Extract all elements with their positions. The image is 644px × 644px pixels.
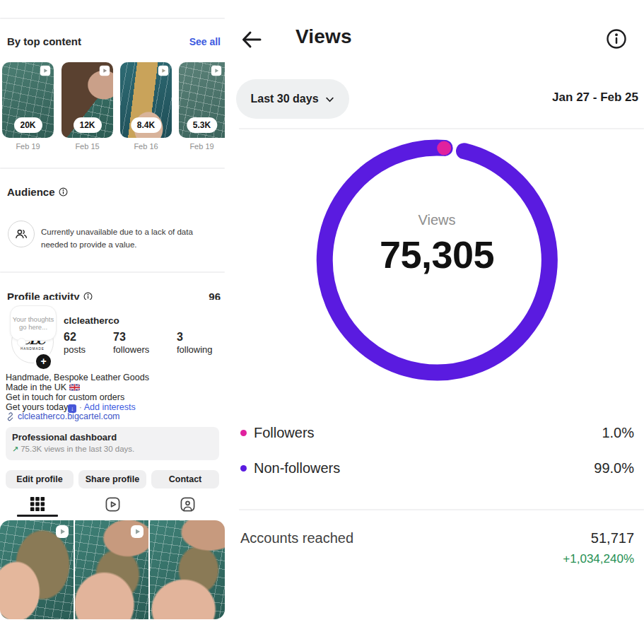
post-thumbnail[interactable] [0,520,74,619]
accounts-reached-value: 51,717 [591,530,634,546]
profile-tabs [0,493,225,515]
audience-people-icon [8,221,35,247]
professional-dashboard-card[interactable]: Professional dashboard ↗75.3K views in t… [6,427,219,460]
top-post-thumbnail[interactable]: 8.4K [120,62,172,138]
legend-label: Followers [254,425,315,441]
tab-reels[interactable] [75,493,150,515]
reel-icon [99,65,110,76]
tab-tagged[interactable] [150,493,225,515]
top-content-row: 20K 12K 8.4K 5.3K [0,62,225,138]
divider [0,271,225,273]
top-post-thumbnail[interactable]: 12K [62,62,113,138]
legend-row-non-followers: Non-followers 99.0% [240,458,634,478]
date-filter-label: Last 30 days [250,93,318,105]
avatar-logo-subtext: HANDMADE [21,347,45,351]
post-thumbnail[interactable] [75,520,148,619]
legend-value: 99.0% [594,460,634,476]
dashboard-subtitle-text: 75.3K views in the last 30 days. [21,445,134,453]
top-post-thumbnail[interactable]: 20K [2,62,54,138]
reel-icon [130,525,144,539]
bio-line-1: Handmade, Bespoke Leather Goods [6,373,149,382]
accounts-reached-row: Accounts reached 51,717 [240,530,634,546]
page-title: Views [295,25,352,48]
bio-separator: · [79,402,82,412]
top-content-header: By top content See all [7,35,221,47]
add-interests-link[interactable]: Add interests [84,402,136,412]
bio-link[interactable]: clcleatherco.bigcartel.com [18,411,120,421]
accounts-reached-delta: +1,034,240% [563,552,634,566]
contact-button[interactable]: Contact [151,470,219,488]
bio-line-2-text: Made in the UK [6,382,66,392]
followers-label: followers [113,344,149,355]
bio-line-2: Made in the UK [6,382,80,392]
profile-insights-panel: By top content See all 20K 12K 8.4K 5.3K… [0,0,225,644]
views-insights-panel: Views Last 30 days Jan 27 - Feb 25 Views… [233,0,644,644]
profile-actions: Edit profile Share profile Contact [6,470,219,488]
tagged-icon [180,496,196,513]
post-thumbnail[interactable] [150,520,225,619]
grid-icon [30,496,45,512]
reel-icon [211,65,222,76]
posts-label: posts [64,344,86,355]
active-tab-indicator [17,515,58,517]
following-label: following [177,344,213,355]
uk-flag-icon [69,384,80,391]
followers-dot-icon [240,430,247,436]
view-count-badge: 8.4K [131,117,161,133]
post-date: Feb 19 [179,142,225,151]
non-followers-dot-icon [240,465,247,472]
post-grid [0,520,225,619]
bio-line-3: Get in touch for custom orders [6,392,124,402]
following-stat[interactable]: 3 following [177,331,213,355]
reels-icon [105,496,121,513]
link-icon [6,412,15,421]
info-icon[interactable] [606,28,627,49]
top-content-title: By top content [7,35,81,47]
legend-label: Non-followers [254,460,340,476]
profile-card: Your thoughts go here... CLC HANDMADE + … [0,300,225,619]
legend-value: 1.0% [602,425,634,441]
bio-line-4-text: Get yours today [6,402,68,412]
note-bubble-tail [17,338,26,347]
accounts-reached-label: Accounts reached [240,530,353,546]
share-profile-button[interactable]: Share profile [78,470,146,488]
date-filter-dropdown[interactable]: Last 30 days [236,79,349,119]
posts-stat[interactable]: 62 posts [64,331,86,355]
bio-link-row[interactable]: clcleatherco.bigcartel.com [6,411,120,421]
note-bubble[interactable]: Your thoughts go here... [10,305,57,341]
audience-title: Audience [7,186,68,198]
followers-count: 73 [113,331,149,344]
see-all-link[interactable]: See all [189,36,221,47]
view-count-badge: 20K [13,117,42,133]
legend-row-followers: Followers 1.0% [240,423,634,443]
audience-title-text: Audience [7,186,55,198]
divider [239,509,644,510]
add-story-button[interactable]: + [34,352,53,371]
reel-icon [40,65,51,76]
post-date: Feb 16 [120,142,172,151]
followers-stat[interactable]: 73 followers [113,331,149,355]
view-count-badge: 12K [73,117,101,133]
dashboard-title: Professional dashboard [12,432,117,443]
top-post-thumbnail[interactable]: 5.3K [179,62,225,138]
views-donut-chart [310,133,564,387]
back-arrow-icon[interactable] [240,28,263,51]
info-icon[interactable] [59,187,68,197]
following-count: 3 [177,331,213,344]
non-followers-arc [324,148,549,373]
divider [0,18,225,19]
chevron-down-icon [324,94,335,105]
audience-message: Currently unavailable due to a lack of d… [41,226,219,252]
dashboard-subtitle: ↗75.3K views in the last 30 days. [12,445,134,454]
reel-icon [158,65,169,76]
username: clcleatherco [64,315,119,326]
tab-grid[interactable] [0,493,75,515]
edit-profile-button[interactable]: Edit profile [6,470,74,488]
divider [0,168,225,169]
post-date: Feb 19 [2,142,54,151]
audience-header: Audience [7,186,221,198]
reel-icon [55,525,69,539]
posts-count: 62 [64,331,86,344]
divider [239,128,644,129]
view-count-badge: 5.3K [187,117,217,133]
